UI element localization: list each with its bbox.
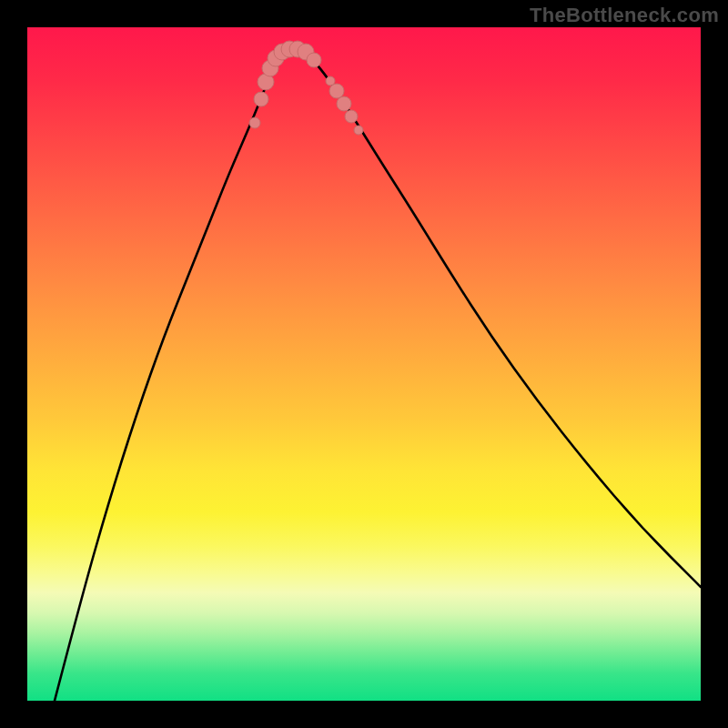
- bottleneck-curve: [55, 49, 701, 701]
- curve-marker: [337, 96, 351, 111]
- plot-area: [27, 27, 701, 701]
- curve-marker: [254, 92, 268, 106]
- curve-marker: [274, 44, 290, 60]
- curve-marker: [258, 74, 274, 90]
- curve-marker: [268, 50, 284, 66]
- curve-marker: [262, 60, 278, 76]
- watermark-text: TheBottleneck.com: [530, 4, 719, 27]
- curve-layer: [27, 27, 701, 701]
- curve-marker: [249, 117, 260, 128]
- curve-marker: [345, 110, 358, 123]
- chart-frame: TheBottleneck.com: [0, 0, 728, 728]
- curve-markers: [249, 41, 363, 135]
- curve-marker: [326, 76, 335, 86]
- curve-marker: [307, 53, 321, 67]
- curve-marker: [289, 41, 306, 57]
- curve-marker: [281, 41, 298, 57]
- curve-marker: [329, 84, 344, 98]
- curve-marker: [298, 44, 314, 60]
- curve-marker: [354, 126, 363, 135]
